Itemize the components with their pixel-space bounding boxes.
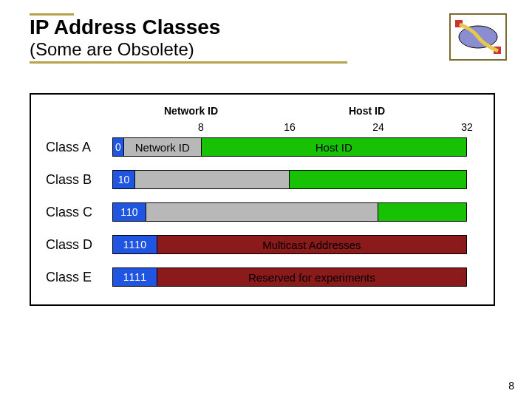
- cloud-icon: [454, 18, 502, 55]
- class-b-host: [290, 171, 466, 188]
- bit-8: 8: [198, 121, 204, 133]
- bit-scale: 8 16 24 32: [112, 121, 479, 137]
- ip-class-diagram: Network ID Host ID 8 16 24 32 Class A 0 …: [30, 93, 495, 306]
- class-a-host: Host ID: [202, 138, 467, 156]
- class-a-label: Class A: [46, 140, 112, 155]
- class-d-row: Class D 1110 Multicast Addresses: [46, 235, 479, 254]
- network-logo: [449, 13, 507, 61]
- class-e-label: Class E: [46, 270, 112, 285]
- class-b-prefix: 10: [113, 171, 135, 188]
- class-a-bar: 0 Network ID Host ID: [112, 137, 467, 157]
- network-id-label: Network ID: [164, 105, 218, 117]
- class-c-label: Class C: [46, 205, 112, 220]
- class-b-net: [135, 171, 290, 188]
- class-a-net: Network ID: [124, 138, 202, 156]
- title-block: IP Address Classes (Some are Obsolete): [30, 13, 347, 64]
- page-title: IP Address Classes: [30, 16, 347, 39]
- class-b-row: Class B 10: [46, 170, 479, 189]
- page-number: 8: [508, 380, 514, 392]
- bit-32: 32: [461, 121, 473, 133]
- class-d-label: Class D: [46, 237, 112, 253]
- class-e-row: Class E 1111 Reserved for experiments: [46, 267, 479, 287]
- header-labels: Network ID Host ID: [112, 105, 479, 121]
- class-c-prefix: 110: [113, 203, 146, 221]
- class-d-prefix: 1110: [113, 236, 157, 253]
- class-e-text: Reserved for experiments: [157, 268, 466, 286]
- class-c-host: [378, 203, 467, 221]
- bit-16: 16: [284, 121, 296, 133]
- bit-24: 24: [372, 121, 384, 133]
- class-d-text: Multicast Addresses: [157, 236, 466, 253]
- class-d-bar: 1110 Multicast Addresses: [112, 235, 467, 254]
- class-c-net: [146, 203, 378, 221]
- page-subtitle: (Some are Obsolete): [30, 39, 347, 60]
- class-e-bar: 1111 Reserved for experiments: [112, 267, 467, 287]
- host-id-label: Host ID: [349, 105, 385, 117]
- class-a-row: Class A 0 Network ID Host ID: [46, 137, 479, 157]
- class-e-prefix: 1111: [113, 268, 157, 286]
- class-b-bar: 10: [112, 170, 467, 189]
- class-c-row: Class C 110: [46, 202, 479, 222]
- class-c-bar: 110: [112, 202, 467, 222]
- class-b-label: Class B: [46, 172, 112, 188]
- class-a-prefix: 0: [113, 138, 124, 156]
